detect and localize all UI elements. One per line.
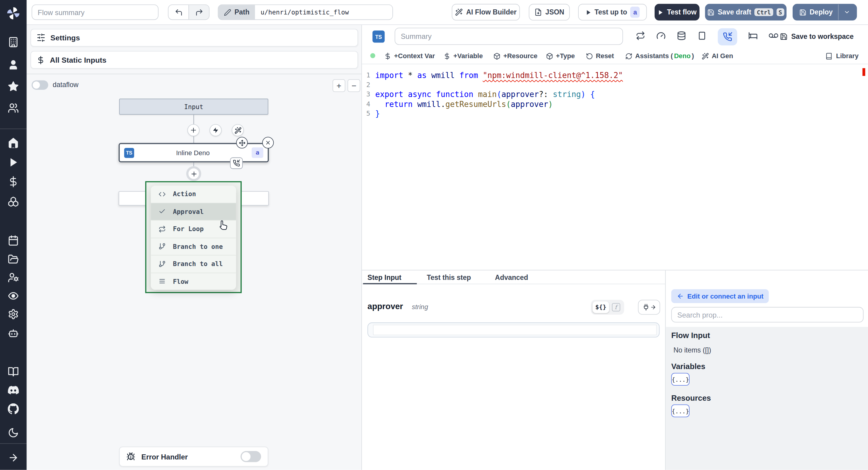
undo-button[interactable] bbox=[168, 5, 188, 20]
user-cog-icon[interactable] bbox=[8, 272, 19, 283]
insert-step-button-active[interactable] bbox=[186, 166, 201, 181]
users-icon[interactable] bbox=[8, 102, 19, 114]
arrow-right-icon[interactable] bbox=[8, 452, 19, 463]
deploy-button[interactable]: Deploy bbox=[793, 4, 857, 21]
book-open-icon[interactable] bbox=[8, 366, 19, 377]
tab-test-this-step[interactable]: Test this step bbox=[427, 270, 471, 284]
action--resource[interactable]: +Resource bbox=[493, 48, 538, 64]
action-reset[interactable]: Reset bbox=[586, 48, 614, 64]
insert-step-button[interactable] bbox=[187, 124, 199, 136]
menu-item-flow[interactable]: Flow bbox=[151, 272, 236, 290]
flow-node-input[interactable]: Input bbox=[119, 98, 268, 115]
bot-icon[interactable] bbox=[8, 327, 19, 339]
connect-input-button[interactable] bbox=[638, 300, 660, 315]
voicemail-button[interactable] bbox=[769, 31, 778, 42]
code-editor[interactable]: 1import * as wmill from "npm:windmill-cl… bbox=[362, 70, 868, 119]
settings-row[interactable]: Settings bbox=[30, 29, 358, 47]
code-line[interactable]: 4 return wmill.getResumeUrls(approver) bbox=[362, 99, 868, 109]
ai-flow-builder-button[interactable]: AI Flow Builder bbox=[452, 4, 520, 21]
database-button[interactable] bbox=[677, 31, 686, 42]
function-mode-button[interactable]: f bbox=[610, 301, 621, 313]
repeat-button[interactable] bbox=[636, 31, 645, 42]
bed-icon bbox=[748, 31, 758, 40]
path-button[interactable]: Path bbox=[218, 5, 255, 20]
code-line[interactable]: 1import * as wmill from "npm:windmill-cl… bbox=[362, 70, 868, 80]
save-icon bbox=[799, 9, 806, 16]
eye-icon[interactable] bbox=[8, 290, 19, 302]
error-handler-row[interactable]: Error Handler bbox=[119, 446, 268, 466]
calendar-icon[interactable] bbox=[8, 235, 19, 246]
json-button[interactable]: JSON bbox=[529, 4, 569, 21]
folder-open-icon[interactable] bbox=[8, 254, 19, 265]
active-toolbar-chip[interactable] bbox=[718, 28, 737, 45]
save-to-workspace-button[interactable]: Save to workspace bbox=[780, 24, 854, 49]
menu-item-approval[interactable]: Approval bbox=[151, 202, 236, 220]
save-draft-button[interactable]: Save draft Ctrl S bbox=[705, 4, 786, 21]
code-line[interactable]: 5} bbox=[362, 109, 868, 118]
package-icon bbox=[493, 53, 501, 60]
action--variable[interactable]: +Variable bbox=[443, 48, 483, 64]
action--type[interactable]: +Type bbox=[546, 48, 575, 64]
delete-node-button[interactable] bbox=[262, 137, 274, 149]
summary-input[interactable]: Summary bbox=[395, 28, 623, 45]
error-handler-label: Error Handler bbox=[141, 452, 235, 461]
home-icon[interactable] bbox=[8, 137, 19, 149]
variables-expand-button[interactable]: {...} bbox=[671, 373, 689, 386]
search-prop-input[interactable]: Search prop... bbox=[671, 307, 864, 322]
test-flow-button[interactable]: Test flow bbox=[655, 4, 700, 21]
boxes-icon[interactable] bbox=[8, 196, 19, 207]
resources-expand-button[interactable]: {...} bbox=[671, 405, 689, 417]
bed-button[interactable] bbox=[748, 31, 758, 42]
path-value-input[interactable]: u/henri/optimistic_flow bbox=[255, 5, 393, 20]
code-line[interactable]: 3export async function main(approver?: s… bbox=[362, 90, 868, 99]
mouse-cursor bbox=[217, 219, 228, 231]
flow-summary-input[interactable]: Flow summary bbox=[32, 4, 158, 20]
moon-icon[interactable] bbox=[8, 427, 19, 438]
move-node-button[interactable] bbox=[236, 137, 248, 149]
action-ai-gen[interactable]: AI Gen bbox=[702, 48, 733, 64]
tab-step-input[interactable]: Step Input bbox=[367, 270, 401, 284]
zoom-in-button[interactable]: + bbox=[333, 79, 345, 92]
settings-icon[interactable] bbox=[8, 309, 19, 320]
play-icon[interactable] bbox=[8, 157, 19, 168]
dataflow-toggle[interactable] bbox=[32, 81, 48, 90]
node-label: Inline Deno bbox=[134, 149, 252, 157]
error-handler-toggle[interactable] bbox=[241, 451, 261, 462]
redo-button[interactable] bbox=[188, 5, 209, 20]
code-line[interactable]: 2 bbox=[362, 80, 868, 90]
gauge-icon bbox=[656, 31, 665, 40]
menu-item-branch-to-one[interactable]: Branch to one bbox=[151, 238, 236, 255]
expression-mode-button[interactable]: ${} bbox=[592, 301, 609, 313]
step-tabs: Step Input Test this step Advanced bbox=[362, 270, 665, 284]
building-icon[interactable] bbox=[8, 36, 19, 48]
menu-item-label: Branch to all bbox=[173, 260, 223, 268]
library-button[interactable]: Library bbox=[826, 48, 859, 64]
menu-item-action[interactable]: Action bbox=[151, 186, 236, 202]
package-icon bbox=[546, 53, 553, 60]
trigger-button[interactable] bbox=[210, 124, 221, 136]
github-icon[interactable] bbox=[8, 403, 19, 414]
square-button[interactable] bbox=[698, 31, 707, 42]
tab-advanced[interactable]: Advanced bbox=[495, 270, 528, 284]
all-static-inputs-row[interactable]: All Static Inputs bbox=[30, 51, 358, 69]
chevron-down-icon[interactable] bbox=[844, 9, 850, 15]
star-icon[interactable] bbox=[8, 81, 19, 92]
menu-item-branch-to-all[interactable]: Branch to all bbox=[151, 255, 236, 272]
gauge-button[interactable] bbox=[656, 31, 665, 42]
ai-suggest-button[interactable] bbox=[232, 124, 244, 136]
action--context-var[interactable]: +Context Var bbox=[384, 48, 435, 64]
discord-icon[interactable] bbox=[8, 384, 19, 396]
editor-toolbar bbox=[636, 24, 778, 49]
wand-icon bbox=[702, 53, 709, 60]
windmill-flow-builder: Flow summary Path u/henri/optimistic_flo… bbox=[0, 0, 868, 470]
step-input-pane: Step Input Test this step Advanced appro… bbox=[362, 270, 665, 470]
test-up-to-button[interactable]: Test up to a bbox=[578, 4, 647, 21]
edit-or-connect-button[interactable]: Edit or connect an input bbox=[671, 289, 769, 303]
dollar-icon[interactable] bbox=[8, 176, 19, 187]
windmill-logo-icon[interactable] bbox=[6, 6, 21, 21]
zoom-out-button[interactable]: − bbox=[347, 79, 360, 92]
field-value-input[interactable] bbox=[367, 322, 659, 338]
action-assistants-[interactable]: Assistants (Deno) bbox=[625, 48, 694, 64]
check-icon bbox=[158, 208, 166, 215]
user-icon[interactable] bbox=[8, 59, 19, 70]
